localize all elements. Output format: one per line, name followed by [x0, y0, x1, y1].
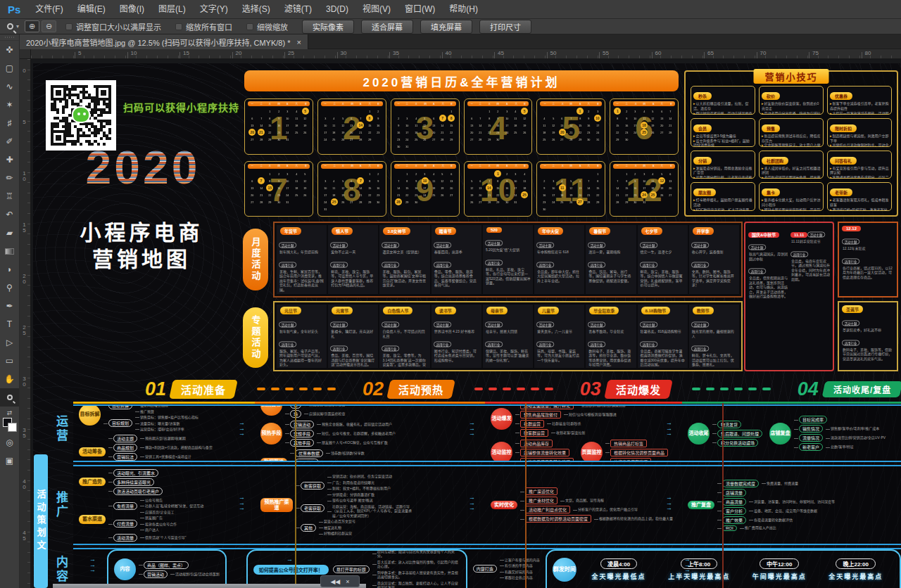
industry-text: 鲜花、美妆、珠宝、服饰等，可设置情人节专区，单身人群也是重要客群，推荐打包为TA…: [331, 269, 376, 288]
flow-arrows-icon: →→→: [469, 421, 475, 437]
tip-card-预售: 预售▸新品提前预售测试市场反应，降低库存压力▸定金膨胀等预售玩法，放大用户占便宜…: [759, 118, 824, 147]
menu-item-文件(F)[interactable]: 文件(F): [28, 0, 70, 18]
map-node: 分析客户的需求点，优化用户痛点引导: [578, 507, 638, 512]
industry-text: 美妆、服饰、鞋包、家居等，鼓励商家围绕“女神节犒劳自己”做活动，开发女性思维需求…: [382, 269, 427, 288]
theme-text: 世界读书日 4.23 好书推荐: [434, 329, 479, 334]
tool-preset-caret-icon[interactable]: ▾: [16, 23, 19, 30]
menu-item-帮助(H)[interactable]: 帮助(H): [442, 0, 485, 18]
eyedropper-tool[interactable]: ✐: [0, 132, 19, 151]
theme-text: 春暖四月，出游季: [434, 250, 479, 255]
quick-mask-button[interactable]: ◎: [0, 433, 19, 452]
activity-name: 圣诞节: [842, 305, 863, 313]
map-node: 内容: [114, 558, 136, 580]
industry-text: 数码电子、美妆、服饰等，借助节日氛围对页面进行传播打扮，营造圣诞送礼的欢乐气氛。: [843, 347, 894, 362]
button-实际像素[interactable]: 实际像素: [302, 20, 354, 34]
theme-text: 狂暑热卖，818返场购物节: [641, 329, 686, 334]
checkbox-调整窗口大小以满屏显示[interactable]: 调整窗口大小以满屏显示: [65, 21, 161, 32]
zoom-tool-icon[interactable]: [7, 23, 13, 30]
pen-tool[interactable]: ✒: [0, 297, 19, 315]
mindmap-row-operations: 目标拆解目标拆解对比2019年活动结果设定同比增长指标推广预算目标规划销售目标：…: [73, 404, 901, 462]
blur-tool[interactable]: ◗: [0, 260, 19, 279]
brush-tool[interactable]: ✏: [0, 169, 19, 187]
menu-item-文字(Y)[interactable]: 文字(Y): [193, 0, 235, 18]
menu-item-视图(V)[interactable]: 视图(V): [355, 0, 398, 18]
theme-text: 清凉一夏，暑期嗨购: [588, 250, 634, 255]
checkbox-缩放所有窗口[interactable]: 缩放所有窗口: [175, 21, 232, 32]
zoom-tool[interactable]: [0, 388, 19, 407]
industry-label: 适用行业: [842, 340, 859, 345]
dodge-tool[interactable]: ⚲: [0, 279, 19, 297]
gradient-tool[interactable]: [0, 242, 19, 260]
eraser-tool[interactable]: ▰: [0, 224, 19, 242]
document-tab-title: 2020小程序电商营销地图.jpg @ 12.5% (扫码可以获得小程序扶持, …: [26, 37, 290, 48]
menu-item-选择(S)[interactable]: 选择(S): [235, 0, 277, 18]
calendar-days: 1234567891011121314151617181920212223242…: [613, 108, 675, 143]
zoom-in-button[interactable]: ⊕: [25, 20, 39, 32]
taskbar-sliver[interactable]: [53, 584, 366, 588]
industry-label: 适用行业: [279, 341, 296, 347]
shape-tool[interactable]: ▭: [0, 352, 19, 370]
map-node: 巨大反差式：放入对比性强烈的事物，引起用户的猎奇心理。: [377, 560, 460, 569]
checkbox-icon[interactable]: [65, 23, 73, 30]
path-selection-tool[interactable]: ▷: [0, 333, 19, 352]
rewind-icon[interactable]: ◀◀: [330, 578, 340, 585]
healing-brush-tool[interactable]: ✚: [0, 151, 19, 169]
type-tool[interactable]: T: [0, 315, 19, 333]
stage-underline-segment: [682, 402, 901, 404]
zoom-out-button[interactable]: ⊖: [42, 20, 56, 32]
tip-label: 问答有礼: [830, 157, 857, 165]
industry-text: 服饰、家居、电子产品等，跨年迎新用户可营造气氛，为家人送福赢得一整年的好彩头。: [279, 349, 325, 367]
industry-text: 食品、饮品、家电、出行等，围绕暑期亲子与学生场景做促销，搭配清凉套餐。: [588, 269, 634, 283]
lasso-tool[interactable]: ∿: [0, 77, 19, 96]
industry-label: 适用行业: [842, 258, 859, 264]
industry-text: 全品类，即年中大促，抓住大促氛围组织大型活动，拉升上半年业绩。: [537, 269, 582, 283]
tip-line: ▸带动老用户分享传播，快速为店铺拉新引流: [762, 111, 821, 115]
flow-arrows-icon: →→→: [239, 421, 245, 437]
mindmap-cell: 活动爆发活动全面放量，提升转化焦点秒杀/限时折扣/满减包邮预售商品尾款催付短信/…: [485, 406, 682, 461]
tab-close-icon[interactable]: ×: [296, 38, 301, 46]
flow-arrows-icon: →→→: [469, 495, 475, 511]
checkbox-细微缩放[interactable]: 细微缩放: [246, 21, 288, 32]
map-node: 活动收尾: [688, 423, 710, 445]
swap-colors-icon[interactable]: ⇄: [0, 409, 19, 416]
theme-label: 活动主题: [485, 321, 503, 327]
tip-line: ▸设置合理分佣比例，让老客户变成推广员: [693, 175, 752, 179]
clone-stamp-tool[interactable]: ♖: [0, 187, 19, 205]
calendar-days: 1234567891011121314151617181920212223242…: [248, 108, 310, 143]
hand-tool[interactable]: ✋: [0, 370, 19, 388]
ruler-mark: 15: [183, 50, 189, 56]
map-node: 目标完成率: [799, 416, 827, 423]
magic-wand-tool[interactable]: ✶: [0, 96, 19, 114]
document-tab[interactable]: 2020小程序电商营销地图.jpg @ 12.5% (扫码可以获得小程序扶持, …: [20, 34, 308, 49]
background-color[interactable]: [8, 423, 17, 432]
crop-tool[interactable]: ♯: [0, 114, 19, 132]
industry-label: 适用行业: [691, 262, 709, 267]
button-填充屏幕[interactable]: 填充屏幕: [420, 20, 472, 34]
menu-item-图层(L)[interactable]: 图层(L): [151, 0, 193, 18]
checkbox-icon[interactable]: [246, 23, 253, 30]
menu-item-窗口(W)[interactable]: 窗口(W): [398, 0, 442, 18]
map-node: 推广素材优化: [525, 497, 557, 504]
button-打印尺寸[interactable]: 打印尺寸: [479, 20, 531, 34]
checkbox-icon[interactable]: [175, 23, 182, 30]
map-node: 根据转化情况调整页面商品: [610, 449, 668, 456]
history-brush-tool[interactable]: ↶: [0, 205, 19, 224]
move-tool[interactable]: ✜: [0, 41, 19, 59]
ruler-mark: 30: [21, 376, 27, 387]
marquee-tool[interactable]: ▢: [0, 59, 19, 77]
close-icon[interactable]: ×: [346, 578, 349, 585]
mindmap-cell: 实时优化推广渠道优化推广素材优化文案、商品图、宣传海报活动推广利益点优化分析客户…: [485, 466, 682, 544]
menu-item-编辑(E)[interactable]: 编辑(E): [70, 0, 113, 18]
ruler-mark: 15: [21, 222, 27, 233]
menu-item-图像(I)[interactable]: 图像(I): [113, 0, 151, 18]
panel-grip[interactable]: [0, 34, 19, 41]
industry-text: 美妆、珠宝、零食等，为3.14回礼场景做“这一次换你说爱我”，设置多款爆品，营造…: [382, 353, 427, 368]
flow-arrows-icon: →→→: [286, 557, 293, 573]
menu-item-滤镜(T)[interactable]: 滤镜(T): [277, 0, 319, 18]
screen-mode-button[interactable]: ▣: [0, 452, 19, 470]
schedule-item: 上午8:00上半天曝光最高点: [668, 558, 730, 581]
activity-name: 年货节: [280, 227, 301, 235]
menu-item-3D(D)[interactable]: 3D(D): [319, 0, 355, 18]
color-swatches[interactable]: [3, 418, 17, 432]
button-适合屏幕[interactable]: 适合屏幕: [361, 20, 413, 34]
